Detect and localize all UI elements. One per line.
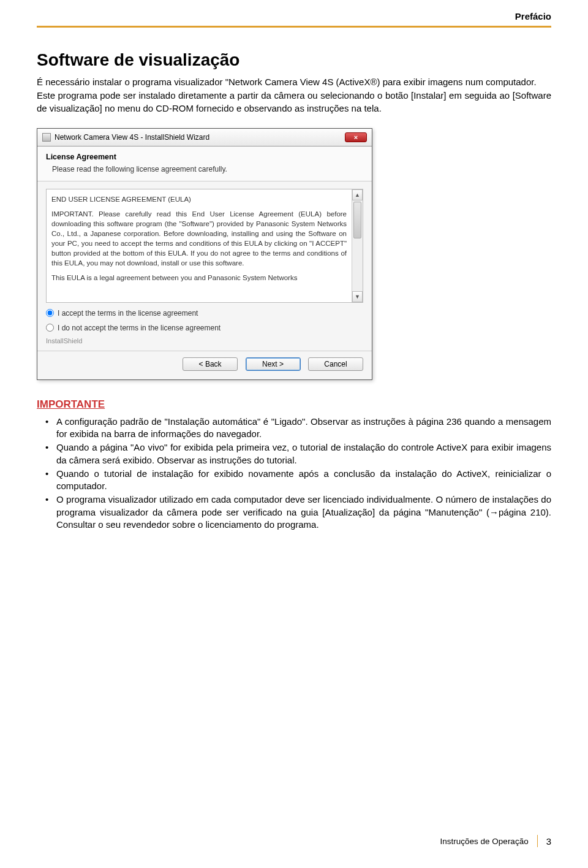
wizard-header: License Agreement Please read the follow…: [37, 147, 372, 181]
intro-paragraph-2: Este programa pode ser instalado diretam…: [37, 89, 551, 115]
page-number: 3: [546, 836, 551, 847]
page-footer: Instruções de Operação 3: [440, 835, 551, 847]
important-list: A configuração padrão de "Instalação aut…: [37, 416, 551, 531]
cancel-button[interactable]: Cancel: [308, 357, 363, 371]
installer-icon: [42, 133, 51, 142]
important-heading: IMPORTANTE: [37, 398, 551, 411]
intro-paragraph-1: É necessário instalar o programa visuali…: [37, 76, 551, 88]
license-agreement-subheading: Please read the following license agreem…: [52, 165, 363, 173]
important-item: Quando a página "Ao vivo" for exibida pe…: [56, 441, 551, 466]
eula-textbox[interactable]: END USER LICENSE AGREEMENT (EULA) IMPORT…: [46, 189, 363, 303]
next-button[interactable]: Next >: [246, 357, 301, 371]
radio-decline-label: I do not accept the terms in the license…: [58, 324, 221, 332]
close-button[interactable]: ×: [345, 132, 367, 142]
scroll-thumb[interactable]: [353, 202, 361, 238]
scroll-up-icon[interactable]: ▲: [352, 189, 363, 200]
wizard-titlebar[interactable]: Network Camera View 4S - InstallShield W…: [37, 129, 372, 147]
page-title: Software de visualização: [37, 50, 551, 70]
eula-paragraph-2: This EULA is a legal agreement between y…: [51, 273, 347, 283]
radio-accept-label: I accept the terms in the license agreem…: [58, 309, 198, 318]
installshield-brand: InstallShield: [46, 337, 363, 345]
installshield-wizard-window: Network Camera View 4S - InstallShield W…: [37, 128, 372, 380]
radio-accept-terms[interactable]: I accept the terms in the license agreem…: [46, 309, 363, 318]
running-header: Prefácio: [515, 11, 551, 21]
wizard-window-title: Network Camera View 4S - InstallShield W…: [55, 133, 345, 142]
header-rule: [37, 26, 551, 28]
radio-accept-input[interactable]: [46, 309, 54, 317]
footer-label: Instruções de Operação: [440, 837, 529, 846]
eula-paragraph-1: IMPORTANT. Please carefully read this En…: [51, 209, 347, 268]
eula-title: END USER LICENSE AGREEMENT (EULA): [51, 194, 347, 204]
wizard-footer: < Back Next > Cancel: [37, 351, 372, 379]
page-content: Software de visualização É necessário in…: [37, 50, 551, 532]
eula-scrollbar[interactable]: ▲ ▼: [352, 189, 363, 302]
radio-decline-terms[interactable]: I do not accept the terms in the license…: [46, 324, 363, 332]
back-button[interactable]: < Back: [183, 357, 238, 371]
footer-divider: [537, 835, 538, 847]
wizard-body: END USER LICENSE AGREEMENT (EULA) IMPORT…: [37, 181, 372, 351]
important-item: Quando o tutorial de instalação for exib…: [56, 468, 551, 493]
radio-decline-input[interactable]: [46, 324, 54, 332]
important-item: A configuração padrão de "Instalação aut…: [56, 416, 551, 441]
scroll-down-icon[interactable]: ▼: [352, 291, 363, 302]
license-agreement-heading: License Agreement: [46, 153, 363, 161]
important-item: O programa visualizador utilizado em cad…: [56, 493, 551, 531]
